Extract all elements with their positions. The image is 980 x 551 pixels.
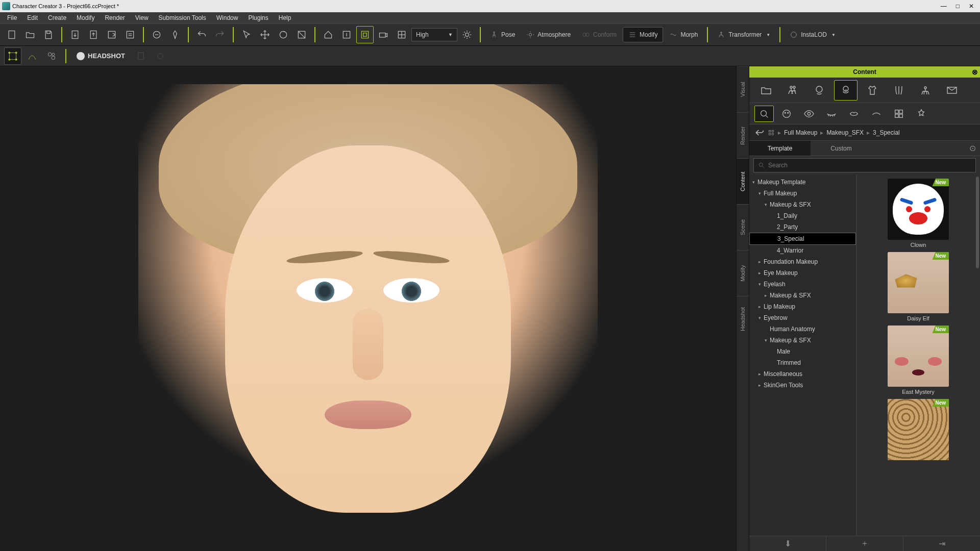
modify-mode-button[interactable]: Modify xyxy=(623,27,663,42)
tree-item[interactable]: Human Anatomy xyxy=(749,323,856,335)
close-button[interactable]: ✕ xyxy=(969,3,974,10)
minimize-button[interactable]: — xyxy=(941,3,947,10)
grid-toggle-button[interactable] xyxy=(393,26,410,43)
frame-selected-button[interactable] xyxy=(338,26,355,43)
rotate-tool[interactable] xyxy=(275,26,292,43)
substance-button[interactable] xyxy=(43,47,60,65)
thumbnail-item[interactable]: NewDaisy Elf xyxy=(888,252,949,321)
search-input[interactable] xyxy=(768,162,971,169)
headshot-opt1-button[interactable] xyxy=(132,47,150,65)
content-thumbnails[interactable]: NewClownNewDaisy ElfNewEast MysteryNew xyxy=(856,174,980,536)
menu-render[interactable]: Render xyxy=(100,14,130,21)
side-tab-modify[interactable]: Modify xyxy=(737,250,749,296)
thumbnail-item[interactable]: NewClown xyxy=(888,179,949,248)
tab-custom[interactable]: Custom xyxy=(811,141,872,156)
frame-all-button[interactable] xyxy=(356,26,374,43)
save-project-button[interactable] xyxy=(40,26,57,43)
subtab-all[interactable] xyxy=(754,106,774,122)
side-tab-scene[interactable]: Scene xyxy=(737,204,749,250)
pose-mode-button[interactable]: Pose xyxy=(485,27,520,42)
tree-item[interactable]: ▸ Foundation Makeup xyxy=(749,256,856,267)
subtab-eye[interactable] xyxy=(799,106,819,122)
cat-tab-avatar[interactable] xyxy=(781,80,804,101)
redo-button[interactable] xyxy=(211,26,229,43)
cat-tab-accessory[interactable] xyxy=(914,80,937,101)
breadcrumb-item[interactable]: Makeup_SFX xyxy=(826,129,864,136)
cat-tab-project[interactable] xyxy=(754,80,778,101)
thumbnail-item[interactable]: NewEast Mystery xyxy=(888,325,949,395)
menu-edit[interactable]: Edit xyxy=(22,14,43,21)
content-action-add[interactable]: ＋ xyxy=(826,536,903,551)
menu-file[interactable]: File xyxy=(2,14,22,21)
menu-window[interactable]: Window xyxy=(211,14,243,21)
scale-tool[interactable] xyxy=(293,26,310,43)
subtab-misc[interactable] xyxy=(912,106,931,122)
menu-plugins[interactable]: Plugins xyxy=(243,14,273,21)
headshot-plugin-button[interactable]: HEADSHOT xyxy=(71,48,130,64)
thumbnail-item[interactable]: New xyxy=(888,399,949,462)
breadcrumb-back-button[interactable] xyxy=(754,128,765,138)
content-action-right[interactable]: ⇥ xyxy=(903,536,980,551)
tree-item[interactable]: ▾ Full Makeup xyxy=(749,188,856,199)
atmosphere-button[interactable]: Atmosphere xyxy=(521,27,576,42)
panel-close-button[interactable]: ⊗ xyxy=(972,68,978,76)
light-toggle-button[interactable] xyxy=(458,26,476,43)
content-settings-button[interactable]: ⊙ xyxy=(965,141,980,156)
tree-item[interactable]: ▸ Makeup & SFX xyxy=(749,290,856,301)
content-action-left[interactable]: ⬇ xyxy=(749,536,826,551)
subtab-tools[interactable] xyxy=(889,106,909,122)
move-tool[interactable] xyxy=(256,26,274,43)
goz-button[interactable] xyxy=(148,26,165,43)
tree-item[interactable]: 3_Special xyxy=(749,233,856,245)
export-obj-button[interactable] xyxy=(121,26,139,43)
tree-item[interactable]: 4_Warrior xyxy=(749,245,856,256)
tree-item[interactable]: ▾ Eyelash xyxy=(749,279,856,290)
content-search-box[interactable] xyxy=(753,158,976,172)
cat-tab-cloth[interactable] xyxy=(861,80,884,101)
cat-tab-stage[interactable] xyxy=(940,80,964,101)
tree-item[interactable]: ▸ Lip Makeup xyxy=(749,301,856,312)
tree-item[interactable]: ▾ Makeup Template xyxy=(749,177,856,188)
tree-item[interactable]: 2_Party xyxy=(749,221,856,233)
quality-dropdown[interactable]: High▼ xyxy=(411,28,457,41)
breadcrumb-item[interactable]: Full Makeup xyxy=(784,129,817,136)
tree-item[interactable]: ▾ Makeup & SFX xyxy=(749,335,856,346)
viewport-3d[interactable] xyxy=(0,66,736,551)
tree-item[interactable]: Male xyxy=(749,346,856,357)
subtab-eyelash[interactable] xyxy=(822,106,841,122)
tree-item[interactable]: ▸ Eye Makeup xyxy=(749,267,856,279)
transformer-button[interactable]: Transformer▼ xyxy=(712,27,775,42)
tree-item[interactable]: ▸ SkinGen Tools xyxy=(749,380,856,391)
headshot-opt2-button[interactable] xyxy=(152,47,169,65)
side-tab-headshot[interactable]: Headshot xyxy=(737,296,749,342)
tree-item[interactable]: ▾ Makeup & SFX xyxy=(749,199,856,210)
instalod-button[interactable]: InstaLOD▼ xyxy=(785,27,841,42)
maximize-button[interactable]: □ xyxy=(956,3,960,10)
menu-modify[interactable]: Modify xyxy=(71,14,100,21)
cat-tab-head[interactable] xyxy=(807,80,831,101)
edit-mesh-button[interactable] xyxy=(4,47,21,65)
edit-pose-button[interactable] xyxy=(23,47,41,65)
cat-tab-hair[interactable] xyxy=(887,80,911,101)
menu-create[interactable]: Create xyxy=(43,14,71,21)
subtab-face[interactable] xyxy=(777,106,796,122)
sculpt-button[interactable] xyxy=(166,26,184,43)
subtab-lips[interactable] xyxy=(844,106,864,122)
menu-submission-tools[interactable]: Submission Tools xyxy=(154,14,211,21)
side-tab-visual[interactable]: Visual xyxy=(737,66,749,112)
home-view-button[interactable] xyxy=(320,26,337,43)
menu-view[interactable]: View xyxy=(130,14,154,21)
select-tool[interactable] xyxy=(238,26,255,43)
breadcrumb-item[interactable]: 3_Special xyxy=(873,129,900,136)
subtab-eyebrow[interactable] xyxy=(867,106,886,122)
open-project-button[interactable] xyxy=(21,26,39,43)
tree-item[interactable]: ▾ Eyebrow xyxy=(749,312,856,323)
export-fbx-button[interactable] xyxy=(103,26,120,43)
import-button[interactable] xyxy=(66,26,84,43)
morph-mode-button[interactable]: Morph xyxy=(664,27,703,42)
breadcrumb-root-icon[interactable] xyxy=(768,129,775,136)
tree-item[interactable]: ▸ Miscellaneous xyxy=(749,368,856,380)
tree-item[interactable]: 1_Daily xyxy=(749,210,856,221)
thumbnail-scrollbar[interactable] xyxy=(975,174,980,536)
side-tab-content[interactable]: Content xyxy=(737,158,749,204)
